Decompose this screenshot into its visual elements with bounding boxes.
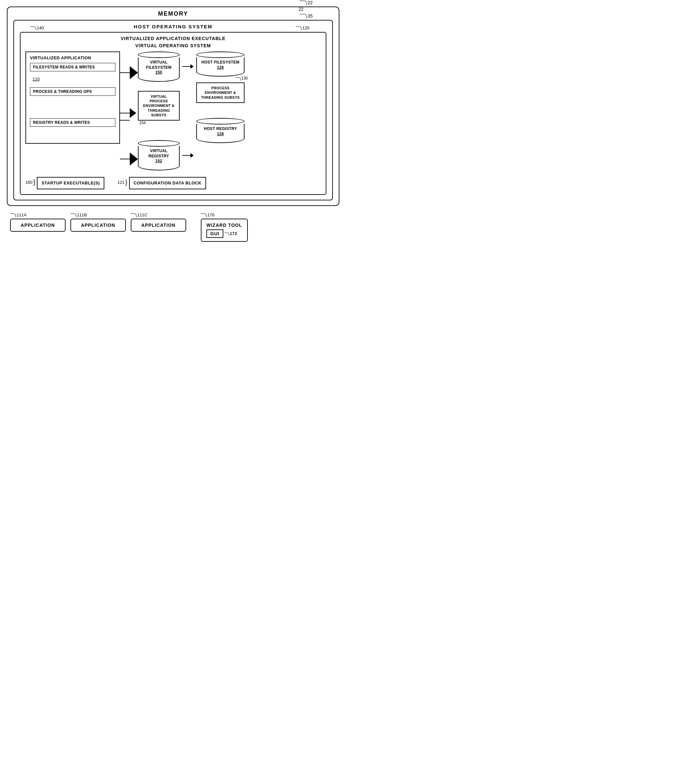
wizard-tool-box: WIZARD TOOL GUI 172 (201, 218, 248, 242)
host-os-ref: 35 (307, 13, 313, 18)
process-ops-box: PROCESS & THREADING OPS (30, 87, 116, 96)
vae-label-ref: 140 (37, 25, 44, 30)
virt-app-box: VIRTUALIZED APPLICATION FILESYSTEM READS… (25, 51, 120, 144)
startup-ref-label: 160 (25, 180, 33, 185)
diagram-container: 22 22 MEMORY 35 HOST OPERATING SYSTEM 14… (7, 7, 343, 242)
app-b-ref: 111B (77, 212, 87, 217)
virt-app-ref-label: 110 (33, 76, 116, 81)
gui-box: GUI (206, 229, 223, 238)
vae-box: 140 120 VIRTUALIZED APPLICATION EXECUTAB… (20, 32, 326, 195)
application-c-box: APPLICATION (131, 218, 186, 232)
gui-ref: 172 (230, 232, 237, 236)
config-ref-label: 121 (118, 180, 124, 185)
registry-rw-box: REGISTRY READS & WRITES (30, 118, 116, 127)
vae-label: VIRTUALIZED APPLICATION EXECUTABLE (25, 36, 321, 41)
wizard-tool-title: WIZARD TOOL (206, 223, 242, 228)
virtual-registry-cylinder: VIRTUAL REGISTRY 152 (138, 140, 180, 170)
vos-label: VIRTUAL OPERATING SYSTEM (25, 43, 321, 48)
virt-app-title: VIRTUALIZED APPLICATION (30, 55, 116, 60)
memory-box: 22 MEMORY 35 HOST OPERATING SYSTEM 140 1… (7, 7, 340, 206)
application-a-box: APPLICATION (10, 218, 66, 232)
vae-ref: 120 (302, 25, 310, 30)
host-os-label: HOST OPERATING SYSTEM (19, 24, 327, 29)
config-box: CONFIGURATION DATA BLOCK (129, 177, 206, 189)
host-filesystem: HOST FILESYSTEM 126 (196, 51, 245, 76)
memory-label: MEMORY (12, 10, 334, 17)
bottom-section: 111A APPLICATION 111B APPLICATION 111C A (7, 212, 343, 242)
startup-box: STARTUP EXECUTABLE(S) (37, 177, 104, 189)
filesystem-rw-box: FILESYSTEM READS & WRITES (30, 63, 116, 71)
app-c-ref: 111C (137, 212, 147, 217)
application-b-box: APPLICATION (70, 218, 126, 232)
app-a-ref: 111A (17, 212, 27, 217)
host-os-box: 35 HOST OPERATING SYSTEM 140 120 VIRTUAL… (13, 20, 333, 200)
host-process-env: 130 PROCESS ENVIRONMENT & THREADING SUBS… (196, 83, 245, 103)
host-registry: HOST REGISTRY 128 (196, 118, 245, 143)
memory-ref: 22 (307, 0, 313, 5)
virtual-process-rect: VIRTUAL PROCESS ENVIRONMENT & THREADING … (138, 91, 180, 125)
virtual-filesystem-cylinder: VIRTUAL FILESYSTEM 150 (138, 51, 180, 82)
wizard-ref: 170 (207, 212, 215, 217)
